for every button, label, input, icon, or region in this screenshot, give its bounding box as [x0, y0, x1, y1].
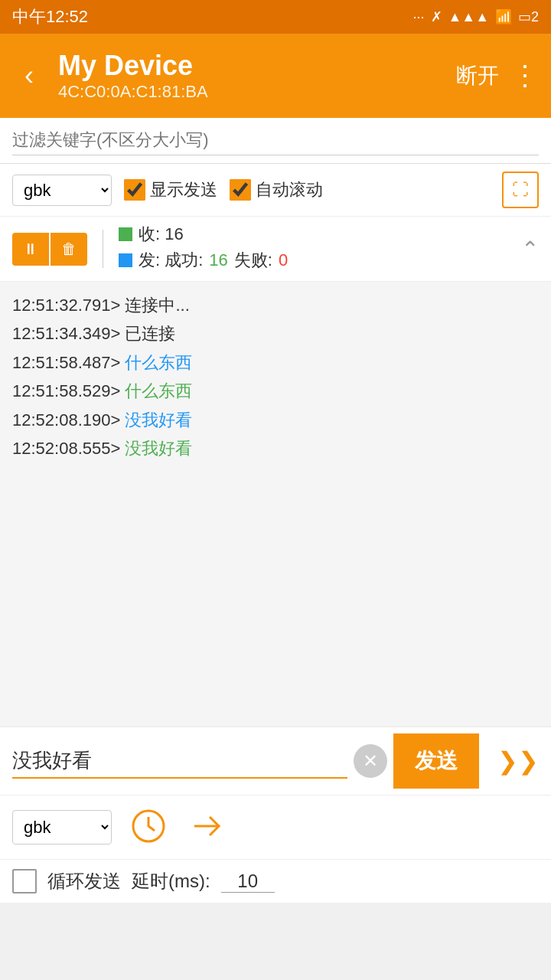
pause-button[interactable]: ⏸ [12, 233, 49, 266]
pause-icon: ⏸ [23, 240, 38, 258]
quick-send-button[interactable] [185, 805, 228, 850]
app-bar: ‹ My Device 4C:C0:0A:C1:81:BA 断开 ⋮ [0, 34, 551, 118]
cellular-icon: ▲▲▲ [448, 9, 489, 25]
send-row: ✕ 发送 ❯❯ [0, 727, 551, 795]
status-icons: ··· ✗ ▲▲▲ 📶 ▭2 [413, 8, 539, 25]
controls-row: gbk utf-8 显示发送 自动滚动 ⛶ [0, 164, 551, 217]
disconnect-button[interactable]: 断开 [456, 61, 499, 90]
log-line: 12:51:32.791> 连接中... [12, 291, 539, 319]
recv-stats-line: 收: 16 [119, 223, 512, 246]
signal-dots-icon: ··· [413, 9, 425, 25]
bottom-controls: gbk utf-8 [0, 795, 551, 860]
log-area: 12:51:32.791> 连接中...12:51:34.349> 已连接12:… [0, 282, 551, 726]
device-address: 4C:C0:0A:C1:81:BA [58, 82, 444, 102]
recv-stats: 收: 16 [139, 223, 184, 246]
stats-buttons: ⏸ 🗑 [12, 233, 87, 266]
collapse-button[interactable]: ⌃ [521, 237, 539, 262]
stats-row: ⏸ 🗑 收: 16 发: 成功: 16 失败: 0 ⌃ [0, 217, 551, 282]
expand-down-button[interactable]: ❯❯ [485, 733, 551, 789]
fullscreen-button[interactable]: ⛶ [502, 172, 539, 208]
log-line: 12:51:34.349> 已连接 [12, 319, 539, 348]
send-button[interactable]: 发送 [393, 733, 479, 789]
filter-input[interactable] [12, 126, 539, 155]
stats-info: 收: 16 发: 成功: 16 失败: 0 [119, 223, 512, 275]
more-menu-button[interactable]: ⋮ [511, 60, 539, 92]
send-prefix: 发: 成功: [139, 249, 203, 272]
status-time: 中午12:52 [12, 5, 88, 28]
show-send-checkbox[interactable] [124, 179, 145, 201]
log-line: 12:51:58.529> 什么东西 [12, 377, 539, 405]
loop-row: 循环发送 延时(ms): [0, 860, 551, 903]
send-fail-prefix: 失败: [234, 249, 272, 272]
log-line: 12:51:58.487> 什么东西 [12, 348, 539, 377]
log-line: 12:52:08.190> 没我好看 [12, 406, 539, 434]
log-text: 什么东西 [120, 381, 192, 400]
encoding-select[interactable]: gbk utf-8 [12, 175, 112, 206]
bluetooth-icon: ✗ [431, 8, 442, 25]
back-button[interactable]: ‹ [12, 60, 46, 92]
clear-input-button[interactable]: ✕ [354, 744, 387, 778]
bottom-panel: ✕ 发送 ❯❯ gbk utf-8 循环发送 延 [0, 726, 551, 903]
log-timestamp: 12:51:32.791> [12, 296, 120, 315]
status-bar: 中午12:52 ··· ✗ ▲▲▲ 📶 ▭2 [0, 0, 551, 34]
log-text: 没我好看 [120, 439, 192, 458]
send-success: 16 [209, 250, 227, 270]
send-icon [188, 808, 225, 844]
log-text: 没我好看 [120, 410, 192, 430]
auto-scroll-label: 自动滚动 [256, 178, 323, 201]
send-input[interactable] [12, 744, 347, 779]
delay-label: 延时(ms): [132, 869, 210, 893]
battery-icon: ▭2 [518, 8, 539, 25]
show-send-checkbox-item[interactable]: 显示发送 [124, 178, 217, 201]
log-text: 连接中... [120, 296, 189, 315]
auto-scroll-checkbox[interactable] [230, 179, 251, 201]
log-timestamp: 12:51:58.487> [12, 353, 120, 372]
delay-input[interactable] [221, 871, 275, 893]
loop-send-checkbox[interactable] [12, 869, 37, 893]
loop-send-label: 循环发送 [47, 869, 121, 893]
send-button-label: 发送 [415, 749, 458, 773]
wifi-icon: 📶 [495, 8, 512, 25]
app-bar-title: My Device 4C:C0:0A:C1:81:BA [58, 50, 444, 102]
stats-divider [103, 230, 103, 268]
log-timestamp: 12:51:34.349> [12, 324, 120, 343]
recv-dot [119, 227, 132, 241]
device-name: My Device [58, 50, 444, 82]
auto-scroll-checkbox-item[interactable]: 自动滚动 [230, 178, 323, 201]
send-stats-line: 发: 成功: 16 失败: 0 [119, 249, 512, 272]
bottom-encoding-select[interactable]: gbk utf-8 [12, 810, 112, 844]
log-line: 12:52:08.555> 没我好看 [12, 434, 539, 462]
send-fail: 0 [279, 250, 288, 270]
send-dot [119, 253, 132, 267]
log-text: 已连接 [120, 324, 175, 343]
clock-icon [130, 808, 167, 844]
log-text: 什么东西 [120, 353, 192, 372]
fullscreen-icon: ⛶ [512, 180, 529, 200]
log-timestamp: 12:52:08.555> [12, 439, 120, 458]
chevron-down-icon: ❯❯ [497, 747, 539, 775]
app-bar-actions: 断开 ⋮ [456, 60, 539, 92]
history-button[interactable] [127, 805, 170, 850]
clear-input-icon: ✕ [363, 750, 378, 772]
show-send-label: 显示发送 [150, 178, 217, 201]
log-timestamp: 12:51:58.529> [12, 381, 120, 400]
filter-row [0, 118, 551, 164]
clear-log-button[interactable]: 🗑 [51, 233, 87, 266]
clear-icon: 🗑 [61, 240, 77, 258]
log-timestamp: 12:52:08.190> [12, 410, 120, 430]
